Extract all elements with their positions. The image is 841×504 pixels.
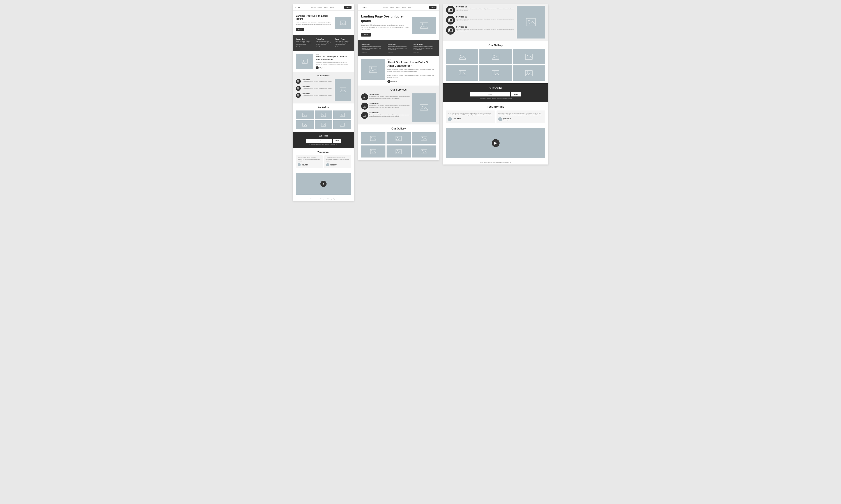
feature-title-3-med: Feature Three <box>413 43 435 45</box>
hero-image-medium <box>412 17 436 34</box>
service-name-1-med: Services 01 <box>370 93 410 95</box>
gallery-item-m1 <box>361 132 385 144</box>
nav-link-2[interactable]: Menu 2 <box>317 7 322 8</box>
service-icon-2-med <box>361 103 368 110</box>
feature-link-1-small[interactable]: Read More <box>296 46 312 48</box>
subscribe-input-large[interactable]: Email <box>470 92 510 96</box>
wireframe-medium: LOGO Menu 1 Menu 2 Menu 3 Menu 4 Menu 5 … <box>358 4 439 160</box>
svg-rect-29 <box>363 114 366 116</box>
subscribe-form-small: Email SEND <box>296 139 351 143</box>
gallery-item-l4 <box>446 66 478 81</box>
gallery-small: Our Gallery <box>293 104 354 132</box>
nav-link-m2[interactable]: Menu 2 <box>390 7 394 8</box>
subscribe-form-large: Email SEND <box>446 92 545 96</box>
feature-desc-1-med: Lorem ipsum dolor sit amet, consectetur … <box>362 46 384 51</box>
gallery-item-3 <box>333 110 351 119</box>
service-name-1-small: Services 01 <box>302 79 332 80</box>
video-play-large[interactable]: ▶ <box>492 139 500 147</box>
nav-link-3[interactable]: Menu 3 <box>324 7 328 8</box>
gallery-item-m4 <box>361 145 385 158</box>
gallery-large: Our Gallery <box>443 41 548 83</box>
feature-link-3-small[interactable]: Read More <box>335 46 350 48</box>
service-item-2-lg: Services 03 Lorem ipsum dolor sit amet, … <box>446 26 514 35</box>
nav-link-m4[interactable]: Menu 4 <box>402 7 406 8</box>
testimonials-title-small: Testimonials <box>296 151 351 153</box>
feature-2-small: Feature Two Lorem ipsum dolor sit amet, … <box>314 37 333 49</box>
nav-link-m5[interactable]: Menu 5 <box>408 7 412 8</box>
svg-rect-2 <box>302 59 308 64</box>
svg-point-62 <box>494 71 495 72</box>
testimonials-grid-small: Lorem ipsum dolor sit amet, consectetur … <box>296 155 351 168</box>
svg-rect-9 <box>303 113 307 116</box>
feature-title-1-med: Feature One <box>362 43 384 45</box>
feature-1-small: Feature One Lorem ipsum dolor sit amet, … <box>295 37 313 49</box>
gallery-item-1 <box>296 110 314 119</box>
nav-button-small[interactable]: Button <box>344 6 351 9</box>
service-name-2-lg: Services 03 <box>456 26 514 28</box>
wireframe-large: Services 01 Lorem ipsum dolor sit amet, … <box>443 4 548 164</box>
video-placeholder-large[interactable]: ▶ <box>446 128 545 158</box>
service-icon-1-med <box>361 93 368 101</box>
hero-btn-small[interactable]: Button <box>296 28 304 31</box>
feature-desc-2-med: Lorem ipsum dolor sit amet, consectetur … <box>388 46 410 51</box>
services-list-top-large: Services 01 Lorem ipsum dolor sit amet, … <box>446 6 514 38</box>
nav-logo-medium: LOGO <box>361 6 367 8</box>
testimonial-text-2-lg: Lorem ipsum dolor sit amet, consectetur … <box>498 112 543 116</box>
gallery-item-m5 <box>387 145 411 158</box>
video-play-small[interactable]: ▶ <box>321 181 327 187</box>
hero-btn-medium[interactable]: Button <box>361 33 371 37</box>
feature-desc-2-small: Lorem ipsum dolor sit amet, consectetur … <box>316 41 331 45</box>
nav-link-4[interactable]: Menu 4 <box>330 7 334 8</box>
subscribe-btn-large[interactable]: SEND <box>511 92 521 96</box>
feature-link-2-med[interactable]: Read More <box>388 51 410 53</box>
play-btn-small[interactable]: ▶ Play Video <box>315 66 351 69</box>
testimonial-1-small: Lorem ipsum dolor sit amet, consectetur … <box>296 155 323 168</box>
service-item-3-small: Services 03 Lorem ipsum dolor sit amet, … <box>296 93 332 98</box>
svg-point-28 <box>364 105 364 106</box>
feature-link-3-med[interactable]: Read More <box>413 51 435 53</box>
service-item-2-small: Services 02 Lorem ipsum dolor sit amet, … <box>296 86 332 91</box>
svg-point-22 <box>422 23 423 25</box>
svg-point-1 <box>341 22 342 22</box>
video-placeholder-small[interactable]: ▶ <box>296 173 351 195</box>
service-item-1-small: Services 01 Lorem ipsum dolor sit amet, … <box>296 79 332 84</box>
testimonials-small: Testimonials Lorem ipsum dolor sit amet,… <box>293 148 354 170</box>
svg-point-14 <box>341 114 342 115</box>
play-btn-medium[interactable]: ▶ Play Video <box>388 80 436 83</box>
svg-point-18 <box>322 124 323 124</box>
hero-title-small: Landing Page Design Lorem Ipsum <box>296 14 332 21</box>
feature-link-1-med[interactable]: Read More <box>362 51 384 53</box>
services-list-small: Services 01 Lorem ipsum dolor sit amet, … <box>296 79 332 101</box>
service-icon-2-lg <box>446 26 455 35</box>
svg-point-64 <box>527 71 528 72</box>
service-icon-2-small <box>296 86 301 91</box>
svg-rect-61 <box>492 70 499 76</box>
gallery-medium: Our Gallery <box>358 124 439 160</box>
service-text-1-small: Services 01 Lorem ipsum dolor sit amet, … <box>302 79 332 83</box>
gallery-item-2 <box>315 110 332 119</box>
feature-link-2-small[interactable]: Read More <box>316 46 331 48</box>
subscribe-title-small: Subscribe <box>296 135 351 137</box>
gallery-title-large: Our Gallery <box>446 44 545 47</box>
gallery-grid-large <box>446 49 545 81</box>
nav-link-1[interactable]: Menu 1 <box>311 7 316 8</box>
svg-point-42 <box>397 150 398 151</box>
subscribe-btn-small[interactable]: SEND <box>333 139 341 143</box>
svg-point-44 <box>422 150 423 151</box>
user-name-1-small: User Name <box>302 164 308 165</box>
feature-desc-1-small: Lorem ipsum dolor sit amet, consectetur … <box>296 41 312 45</box>
svg-point-16 <box>304 124 304 124</box>
svg-rect-55 <box>492 54 499 59</box>
testimonials-title-large: Testimonials <box>446 105 545 108</box>
nav-link-m3[interactable]: Menu 3 <box>396 7 400 8</box>
subscribe-large: Subscribe Email SEND ☐ Lorem ipsum dolor… <box>443 83 548 102</box>
user-avatar-1-small <box>298 163 301 166</box>
feature-title-1-small: Feature One <box>296 38 312 40</box>
nav-link-m1[interactable]: Menu 1 <box>383 7 388 8</box>
service-name-1-lg: Services 02 <box>456 16 514 18</box>
svg-point-40 <box>372 150 372 151</box>
nav-button-medium[interactable]: Button <box>429 6 436 9</box>
services-title-small: Our Services <box>296 75 351 77</box>
subscribe-input-small[interactable]: Email <box>306 139 332 143</box>
services-medium: Our Services Services 01 Lorem ipsum dol… <box>358 86 439 124</box>
